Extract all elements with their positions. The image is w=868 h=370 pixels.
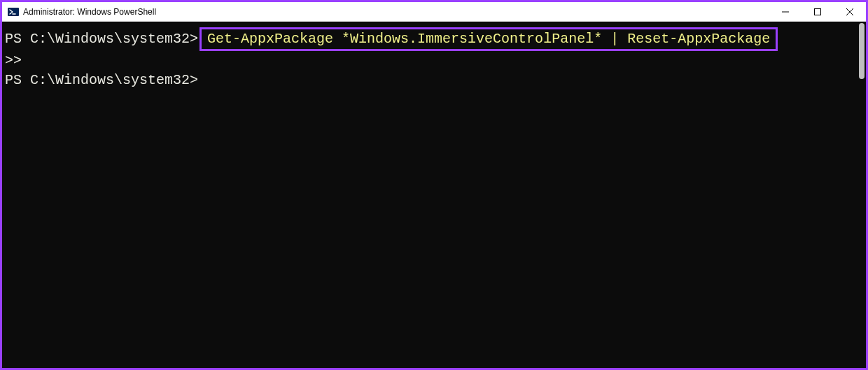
prompt: PS C:\Windows\system32> xyxy=(5,31,198,47)
svg-rect-3 xyxy=(815,8,821,15)
maximize-button[interactable] xyxy=(802,2,834,21)
scrollbar-thumb[interactable] xyxy=(859,23,864,79)
window-controls xyxy=(769,2,866,21)
command-text: Get-AppxPackage *Windows.ImmersiveContro… xyxy=(207,31,770,47)
console-area[interactable]: PS C:\Windows\system32>Get-AppxPackage *… xyxy=(2,22,866,368)
highlighted-command: Get-AppxPackage *Windows.ImmersiveContro… xyxy=(200,27,778,51)
scrollbar[interactable] xyxy=(858,22,866,368)
svg-rect-0 xyxy=(8,8,19,16)
console-line: PS C:\Windows\system32>Get-AppxPackage *… xyxy=(5,27,866,51)
console-line: PS C:\Windows\system32> xyxy=(5,71,866,90)
powershell-icon xyxy=(8,6,19,17)
powershell-window: Administrator: Windows PowerShell PS C:\… xyxy=(0,0,868,370)
titlebar[interactable]: Administrator: Windows PowerShell xyxy=(2,2,866,22)
window-title: Administrator: Windows PowerShell xyxy=(23,7,769,17)
minimize-button[interactable] xyxy=(769,2,802,21)
close-button[interactable] xyxy=(834,2,866,21)
continuation-line: >> xyxy=(5,51,866,71)
